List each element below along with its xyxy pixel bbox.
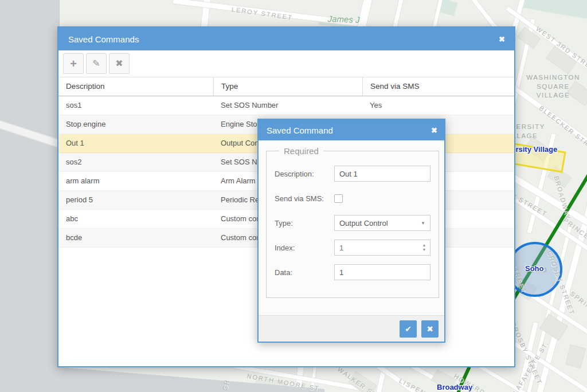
- cell-type: Set SOS Number: [213, 96, 362, 115]
- delete-command-button[interactable]: ✖: [109, 53, 130, 74]
- description-label: Description:: [275, 170, 334, 178]
- cell-description: sos1: [58, 96, 213, 115]
- toolbar: + ✎ ✖: [58, 50, 514, 77]
- cell-description: bcde: [58, 229, 213, 247]
- cell-send_via_sms: Yes: [362, 96, 514, 115]
- data-input[interactable]: [334, 264, 431, 280]
- table-row[interactable]: sos1Set SOS NumberYes: [58, 96, 514, 115]
- type-select-value: Output Control: [339, 219, 388, 228]
- checkmark-icon: ✔: [405, 324, 412, 334]
- fieldset-legend: Required: [279, 146, 323, 156]
- pencil-icon: ✎: [92, 58, 100, 68]
- index-label: Index:: [275, 244, 334, 252]
- type-select[interactable]: Output Control ▼: [334, 215, 431, 231]
- cell-description: sos2: [58, 153, 213, 171]
- cell-description: arm alarm: [58, 172, 213, 190]
- cell-description: Out 1: [58, 134, 213, 152]
- data-row: Data:: [275, 264, 431, 280]
- column-header-description: Description: [58, 77, 213, 96]
- required-fieldset: Required Description: Send via SMS: Type…: [266, 146, 439, 298]
- index-stepper: ▲ ▼: [334, 240, 431, 256]
- type-row: Type: Output Control ▼: [275, 215, 431, 231]
- description-input[interactable]: [334, 166, 431, 182]
- geofence-soho-zone[interactable]: [508, 243, 561, 296]
- x-icon: ✖: [426, 324, 433, 334]
- form-body: Required Description: Send via SMS: Type…: [259, 140, 444, 315]
- stepper-arrows: ▲ ▼: [418, 240, 430, 255]
- table-header: Description Type Send via SMS: [58, 77, 514, 96]
- index-row: Index: ▲ ▼: [275, 240, 431, 256]
- confirm-button[interactable]: ✔: [400, 320, 417, 338]
- chevron-down-icon: ▼: [421, 221, 425, 226]
- send-via-sms-row: Send via SMS:: [275, 190, 431, 206]
- column-header-send-via-sms: Send via SMS: [362, 77, 514, 96]
- send-via-sms-label: Send via SMS:: [275, 194, 334, 203]
- cell-description: Stop engine: [58, 115, 213, 134]
- send-via-sms-checkbox[interactable]: [334, 194, 343, 203]
- dialog-header: Saved Commands ✖: [58, 28, 514, 50]
- spin-up-icon[interactable]: ▲: [418, 243, 430, 248]
- description-row: Description:: [275, 166, 431, 182]
- app-root: LEROY STREETJames JWEST 3RD STREETWASHIN…: [0, 0, 587, 392]
- close-icon[interactable]: ✖: [499, 35, 505, 44]
- dialog-title: Saved Command: [267, 126, 333, 135]
- index-input[interactable]: [335, 240, 418, 255]
- edit-command-button[interactable]: ✎: [86, 53, 107, 74]
- plus-icon: +: [70, 57, 77, 70]
- add-command-button[interactable]: +: [63, 53, 84, 74]
- cell-description: period 5: [58, 191, 213, 209]
- cancel-button[interactable]: ✖: [421, 320, 439, 338]
- cell-description: abc: [58, 210, 213, 228]
- spin-down-icon[interactable]: ▼: [418, 248, 430, 252]
- type-label: Type:: [275, 219, 334, 228]
- route-track-line-2: [459, 368, 469, 391]
- data-label: Data:: [275, 268, 334, 277]
- dialog-title: Saved Commands: [68, 34, 139, 44]
- close-icon[interactable]: ✖: [431, 126, 437, 135]
- column-header-type: Type: [213, 77, 362, 96]
- dialog-header: Saved Command ✖: [259, 120, 444, 140]
- x-icon: ✖: [115, 58, 123, 68]
- form-footer: ✔ ✖: [259, 315, 444, 342]
- saved-command-dialog: Saved Command ✖ Required Description: Se…: [257, 119, 445, 343]
